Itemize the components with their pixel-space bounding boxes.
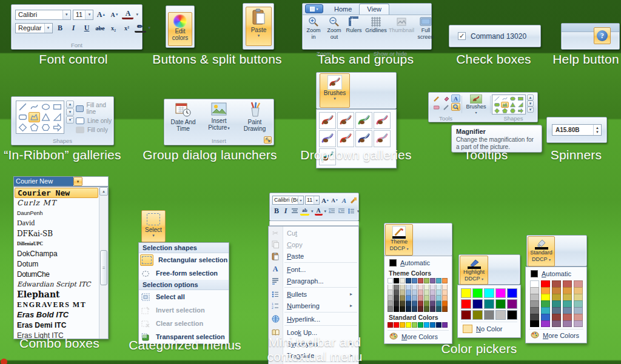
chevron-down-icon[interactable]: ▾ <box>44 24 52 33</box>
color-swatch[interactable] <box>400 285 405 290</box>
color-swatch[interactable] <box>388 296 393 301</box>
color-swatch[interactable] <box>424 322 429 328</box>
color-swatch[interactable] <box>552 320 561 327</box>
color-swatch[interactable] <box>430 301 435 306</box>
chevron-down-icon[interactable]: ▾ <box>73 177 82 186</box>
color-swatch[interactable] <box>541 307 550 314</box>
gallery-shape-rect[interactable] <box>517 96 525 102</box>
dialog-launcher-button[interactable] <box>264 136 272 144</box>
application-menu-button[interactable]: ▾ <box>305 4 323 13</box>
color-swatch[interactable] <box>442 322 448 328</box>
font-list-item[interactable]: DFKai-SB <box>15 228 98 239</box>
mini-font-combo[interactable]: Calibri (Bo ▾ <box>272 196 304 205</box>
color-swatch[interactable] <box>388 285 393 290</box>
color-swatch[interactable] <box>541 314 550 320</box>
more-colors-item[interactable]: More Colors <box>529 329 583 341</box>
color-swatch[interactable] <box>400 296 405 301</box>
gallery-shape-hexagon[interactable] <box>40 122 52 133</box>
fill-tool-button[interactable] <box>441 94 451 102</box>
color-swatch[interactable] <box>461 299 471 309</box>
gallery-down-button[interactable]: ▼ <box>527 101 534 107</box>
gallery-shape-polygon[interactable] <box>501 102 509 108</box>
color-swatch[interactable] <box>424 278 429 283</box>
gallery-shape-rounded[interactable] <box>493 102 501 108</box>
color-swatch[interactable] <box>541 294 550 300</box>
strikethrough-button[interactable]: abe <box>95 22 106 33</box>
color-swatch[interactable] <box>436 278 441 283</box>
gallery-shape-hexagon[interactable] <box>509 108 517 114</box>
color-swatch[interactable] <box>507 288 517 298</box>
color-swatch[interactable] <box>412 290 417 296</box>
paint-drawing-button[interactable]: Paint Drawing <box>238 102 272 137</box>
font-list-item[interactable]: DilleniaUPC <box>15 239 98 249</box>
gallery-option-line[interactable]: Line only <box>76 117 113 124</box>
color-swatch[interactable] <box>530 287 539 294</box>
font-size-combo[interactable]: 11 ▾ <box>73 10 94 20</box>
color-swatch[interactable] <box>552 314 561 320</box>
color-swatch[interactable] <box>442 306 448 312</box>
color-swatch[interactable] <box>412 306 417 312</box>
chevron-down-icon[interactable]: ▾ <box>258 33 260 38</box>
color-swatch[interactable] <box>530 300 539 307</box>
color-swatch[interactable] <box>484 288 494 298</box>
color-swatch[interactable] <box>418 278 423 283</box>
gallery-shape-arrow[interactable] <box>52 122 63 133</box>
chevron-down-icon[interactable]: ▾ <box>357 209 360 214</box>
color-swatch[interactable] <box>507 310 517 320</box>
color-swatch[interactable] <box>400 322 405 328</box>
color-swatch[interactable] <box>430 278 435 283</box>
color-swatch[interactable] <box>418 322 423 328</box>
color-swatch[interactable] <box>394 296 399 301</box>
color-swatch[interactable] <box>574 320 583 327</box>
magnifier-tool-button[interactable] <box>451 103 460 111</box>
color-swatch[interactable] <box>574 307 583 314</box>
color-swatch[interactable] <box>552 294 561 300</box>
color-swatch[interactable] <box>472 310 483 320</box>
color-swatch[interactable] <box>563 314 572 320</box>
color-swatch[interactable] <box>394 285 399 290</box>
color-swatch[interactable] <box>424 301 429 306</box>
gallery-shape-curve[interactable] <box>29 102 40 112</box>
color-swatch[interactable] <box>563 320 572 327</box>
color-swatch[interactable] <box>507 299 517 309</box>
brush-tile-8[interactable] <box>374 130 391 147</box>
date-and-time-button[interactable]: Date And Time <box>166 102 200 137</box>
font-list-item[interactable]: Courier New <box>15 188 98 198</box>
color-swatch[interactable] <box>484 310 494 320</box>
menu-item-freeform[interactable]: Free-form selection <box>139 266 229 280</box>
tab-view[interactable]: View <box>359 4 389 15</box>
gallery-shape-rtriangle[interactable] <box>517 102 525 108</box>
color-swatch[interactable] <box>436 306 441 312</box>
color-swatch[interactable] <box>530 320 539 327</box>
color-swatch[interactable] <box>412 322 417 328</box>
color-swatch[interactable] <box>574 314 583 320</box>
color-swatch[interactable] <box>530 280 539 287</box>
insert-picture-button[interactable]: Insert Picture▾ <box>202 102 236 137</box>
scroll-thumb[interactable]: ☰ <box>100 250 107 285</box>
color-swatch[interactable] <box>574 280 583 287</box>
gallery-option-fill[interactable]: Fill only <box>76 127 113 133</box>
color-swatch[interactable] <box>552 280 561 287</box>
brush-tile-7[interactable] <box>355 130 372 147</box>
gallery-shape-triangle[interactable] <box>509 102 517 108</box>
gallery-shape-polygon[interactable] <box>29 112 40 122</box>
color-swatch[interactable] <box>472 288 483 298</box>
decrease-indent-icon[interactable] <box>327 207 336 216</box>
brush-tile-2[interactable] <box>337 112 354 129</box>
color-swatch[interactable] <box>552 307 561 314</box>
gallery-up-button[interactable]: ▲ <box>66 101 74 108</box>
color-swatch[interactable] <box>436 296 441 301</box>
superscript-button[interactable]: x² <box>121 22 133 33</box>
color-swatch[interactable] <box>388 278 393 283</box>
increase-indent-icon[interactable] <box>337 207 346 216</box>
color-swatch[interactable] <box>552 300 561 307</box>
color-swatch[interactable] <box>472 299 483 309</box>
color-swatch[interactable] <box>394 278 399 283</box>
color-swatch[interactable] <box>436 322 441 328</box>
gallery-shape-ellipse[interactable] <box>40 102 52 112</box>
color-swatch[interactable] <box>394 301 399 306</box>
menu-item-rectsel[interactable]: Rectangular selection <box>139 253 229 266</box>
color-swatch[interactable] <box>406 285 411 290</box>
chevron-down-icon[interactable]: ▾ <box>311 209 314 214</box>
font-combo[interactable]: Courier New ▾ <box>13 176 109 187</box>
